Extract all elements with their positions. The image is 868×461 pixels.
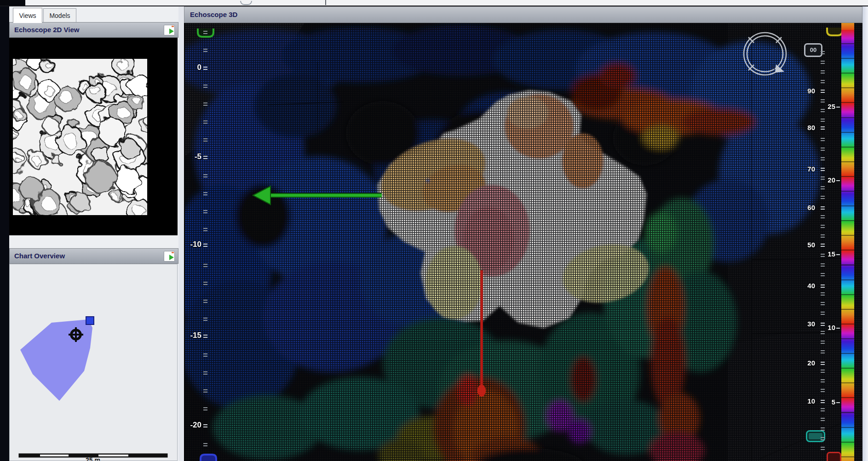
app-window: { "sidebar": { "tabs": [ {"label": "View… (0, 0, 868, 461)
depth-axis-minor-tick (203, 102, 207, 106)
panel-splitter[interactable] (178, 6, 184, 461)
chart-overview-header: Chart Overview (9, 248, 178, 264)
sonar-return-blob (120, 139, 138, 157)
right-inner-axis-minor-tick (821, 408, 825, 411)
right-inner-axis-minor-tick (821, 186, 825, 189)
right-outer-axis (836, 180, 840, 181)
right-inner-axis-minor-tick (821, 70, 825, 74)
popout-dot (172, 26, 174, 27)
right-inner-axis-major-tick (821, 285, 825, 288)
right-inner-axis-minor-tick (821, 196, 825, 199)
right-inner-axis-label: 50 (797, 241, 815, 249)
sonar-footprint-polygon (20, 319, 92, 401)
sonar-return-highlight (91, 86, 101, 96)
top-corner (0, 0, 25, 6)
sonar-return-blob (86, 162, 116, 193)
right-inner-axis-minor-tick (821, 225, 825, 228)
right-inner-axis-label: 80 (797, 124, 815, 131)
chart-overview-title: Chart Overview (14, 252, 65, 260)
depth-axis-minor-tick (203, 210, 207, 213)
depth-axis-minor-tick (203, 318, 207, 321)
sonar-return-blob (51, 155, 61, 165)
sonar-return-highlight (41, 197, 55, 211)
top-toolbar-strip (0, 0, 868, 6)
depth-axis-label: 0 (186, 63, 201, 72)
sonar-return-highlight (118, 59, 129, 70)
right-inner-axis-minor-tick (821, 370, 825, 373)
depth-colorbar (841, 23, 854, 461)
depth-axis-minor-tick (203, 389, 207, 393)
tab-models[interactable]: Models (43, 8, 76, 22)
overlay-layer: N (185, 23, 862, 461)
sonar-return-highlight (81, 84, 88, 91)
echoscope-3d-title: Echoscope 3D (190, 11, 237, 18)
right-inner-axis-minor-tick (821, 331, 825, 334)
sonar-return-blob (43, 118, 59, 134)
right-inner-axis-minor-tick (821, 215, 825, 218)
compass-north-label: N (772, 65, 775, 70)
sonar-return-blob (98, 118, 126, 145)
sonar-return-highlight (16, 158, 21, 163)
depth-axis-minor-tick (203, 120, 207, 124)
sonar-return-highlight (112, 194, 118, 200)
popout-window-icon[interactable] (164, 25, 175, 35)
left-rail (0, 6, 9, 461)
right-inner-axis-minor-tick (821, 418, 825, 421)
depth-axis-major-tick (203, 67, 207, 70)
right-inner-axis-label: 20 (797, 359, 815, 367)
right-inner-axis-minor-tick (821, 447, 825, 450)
sonar-return-highlight (133, 97, 140, 104)
right-outer-axis (836, 328, 840, 329)
depth-axis-minor-tick (203, 407, 207, 410)
right-inner-axis-major-tick (821, 244, 825, 247)
sonar-return-highlight (45, 61, 52, 68)
echoscope-2d-title: Echoscope 2D View (14, 26, 79, 34)
right-inner-axis-minor-tick (821, 273, 825, 276)
yellow-bracket-icon (827, 28, 842, 35)
popout-green-arrow-icon (169, 28, 174, 34)
depth-axis-minor-tick (203, 353, 207, 357)
depth-axis-label: -15 (186, 331, 201, 340)
popout-dot (172, 252, 174, 253)
right-inner-axis-minor-tick (821, 389, 825, 392)
depth-axis-minor-tick (203, 282, 207, 285)
right-inner-axis-major-tick (821, 90, 825, 93)
right-outer-axis-label: 5 (822, 398, 835, 406)
right-inner-axis-label: 30 (797, 320, 815, 328)
window-right-edge (862, 6, 868, 461)
depth-axis-major-tick (203, 424, 207, 427)
echoscope-3d-view[interactable]: N 00 0-5-10-15-2090807060504030201025201… (185, 23, 862, 461)
right-inner-axis-minor-tick (821, 379, 825, 382)
compass-ring-icon[interactable]: N (744, 33, 786, 75)
popout-window-icon[interactable] (164, 251, 175, 262)
depth-axis-minor-tick (203, 49, 207, 52)
right-inner-axis-minor-tick (821, 148, 825, 151)
depth-axis-minor-tick (203, 228, 207, 231)
depth-axis-minor-tick (203, 31, 207, 34)
right-inner-axis-minor-tick (821, 312, 825, 315)
right-inner-axis-major-tick (821, 206, 825, 210)
right-outer-axis-label: 25 (822, 102, 835, 110)
sonar-return-highlight (45, 87, 55, 97)
right-inner-axis-minor-tick (821, 138, 825, 141)
right-inner-axis-label: 90 (797, 87, 815, 95)
echoscope-2d-view[interactable] (9, 38, 178, 235)
depth-axis-minor-tick (203, 138, 207, 142)
right-inner-axis-minor-tick (821, 80, 825, 83)
toolbar-grip[interactable] (240, 1, 252, 5)
right-inner-axis-label: 70 (797, 165, 815, 173)
chart-overview-map[interactable]: 25 m (9, 264, 178, 461)
right-inner-axis-minor-tick (821, 157, 825, 160)
tab-views[interactable]: Views (13, 8, 42, 23)
sidebar-tabrow: Views Models (9, 7, 178, 23)
right-outer-axis-label: 10 (822, 324, 835, 331)
depth-axis-label: -20 (186, 421, 201, 430)
echoscope-2d-header: Echoscope 2D View (9, 22, 178, 38)
sonar-return-blob (20, 177, 43, 200)
sonar-return-highlight (116, 107, 128, 118)
sonar-return-highlight (26, 201, 32, 208)
vessel-marker (86, 317, 94, 324)
right-inner-axis-minor-tick (821, 427, 825, 431)
right-inner-axis-major-tick (821, 168, 825, 171)
sidebar: Views Models Echoscope 2D View Chart Ove (9, 6, 179, 461)
